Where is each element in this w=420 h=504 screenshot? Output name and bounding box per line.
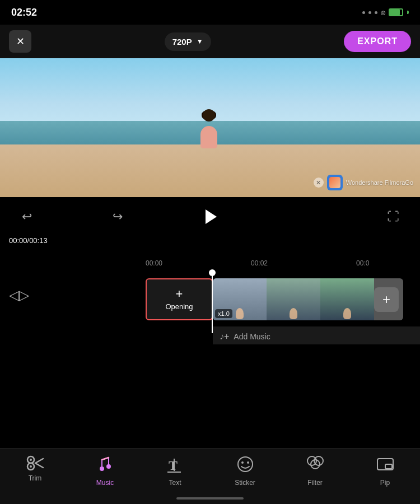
opening-clip[interactable]: + Opening [146,278,213,320]
fullscreen-icon: ⛶ [387,209,399,224]
undo-icon: ↩ [22,209,32,224]
signal-dot-2 [368,11,371,14]
status-icons: ⌾ [362,8,409,17]
play-button[interactable] [198,204,222,229]
add-clip-plus-icon: + [382,292,390,307]
home-indicator [176,497,244,500]
timeline-tracks: ◁▷ + Opening x1.0 + ♪+ [0,272,420,344]
scissors-svg [26,455,44,471]
redo-icon: ↪ [113,209,123,224]
toolbar-item-music[interactable]: Music [70,455,140,487]
video-preview: ✕ Wondershare FilmoraGo [0,58,420,197]
video-clip[interactable]: x1.0 + [213,278,403,320]
thumbnail-person-1 [236,308,244,319]
watermark-text: Wondershare FilmoraGo [346,179,413,186]
ruler-time-4: 00:0 [356,259,369,267]
text-toolbar-icon: T [166,455,184,475]
wifi-icon: ⌾ [381,8,385,17]
signal-dot-1 [362,11,365,14]
svg-rect-18 [385,464,392,469]
quality-label: 720P [172,37,192,46]
battery-tip [407,11,409,14]
person-figure [198,115,220,148]
svg-point-12 [241,461,244,464]
music-toolbar-icon [96,455,114,475]
export-label: EXPORT [357,36,398,46]
status-bar: 02:52 ⌾ [0,0,420,25]
text-label: Text [169,479,181,487]
timeline: 00:00 00:02 00:0 ◁▷ + Opening x1.0 [0,255,420,344]
toolbar-item-text[interactable]: T Text [140,455,210,487]
svg-line-1 [35,463,43,468]
clip-thumbnail-2 [267,278,320,320]
text-svg: T [166,455,184,473]
add-music-label: Add Music [234,332,270,341]
logo-inner [329,177,340,188]
speed-badge: x1.0 [215,309,232,318]
music-note-icon: ♪+ [220,332,229,342]
music-label: Music [96,479,114,487]
thumbnail-person-2 [290,308,297,319]
sticker-toolbar-icon [236,455,254,475]
undo-button[interactable]: ↩ [17,207,37,227]
timecode: 00:00/00:13 [9,236,48,245]
pip-svg [376,455,394,473]
battery-icon [389,8,403,16]
person-head [203,109,215,122]
opening-label: Opening [165,302,193,311]
bottom-toolbar: Trim Music T Text [0,448,420,504]
top-toolbar: ✕ 720P ▼ EXPORT [0,25,420,58]
speaker-icon: ◁▷ [9,287,29,303]
add-clip-button[interactable]: + [374,287,399,312]
watermark-close-icon[interactable]: ✕ [314,178,324,188]
ruler-time-0: 00:00 [146,259,162,267]
svg-text:T: T [169,458,178,473]
status-time: 02:52 [11,7,37,18]
chevron-down-icon: ▼ [197,38,203,45]
toolbar-item-sticker[interactable]: Sticker [210,455,280,487]
redo-button[interactable]: ↪ [108,207,128,227]
thumbnail-person-3 [343,308,351,319]
toolbar-item-trim[interactable]: Trim [0,455,70,482]
playback-controls: ↩ ↪ ⛶ [0,197,420,236]
filter-label: Filter [307,479,323,487]
trim-label: Trim [29,474,42,482]
svg-point-4 [30,459,32,461]
pip-label: Pip [380,479,390,487]
trim-icon [26,455,44,471]
toolbar-item-pip[interactable]: Pip [350,455,420,487]
svg-point-5 [30,465,32,468]
svg-point-6 [100,466,104,471]
opening-plus-icon: + [176,288,183,300]
playhead[interactable] [212,272,213,333]
svg-line-0 [35,459,43,463]
filmorago-logo [327,175,343,190]
clip-thumbnail-3 [320,278,374,320]
add-music-track[interactable]: ♪+ Add Music [213,326,420,344]
ruler-time-2: 00:02 [251,259,268,267]
svg-point-11 [238,457,253,472]
sticker-label: Sticker [235,479,255,487]
svg-point-7 [106,464,111,469]
timeline-ruler: 00:00 00:02 00:0 [0,255,420,272]
person-body [200,126,217,148]
svg-point-13 [247,461,249,464]
sticker-svg [236,455,254,473]
filter-svg [306,455,324,473]
export-button[interactable]: EXPORT [344,31,411,52]
spacer [293,207,313,227]
quality-selector[interactable]: 720P ▼ [165,32,211,51]
pip-toolbar-icon [376,455,394,475]
watermark: ✕ Wondershare FilmoraGo [314,175,413,190]
fullscreen-button[interactable]: ⛶ [383,207,403,227]
play-icon [206,209,217,224]
close-icon: ✕ [16,35,25,48]
music-svg [96,455,114,473]
video-background: ✕ Wondershare FilmoraGo [0,58,420,197]
signal-dot-3 [375,11,377,14]
close-button[interactable]: ✕ [9,30,31,53]
toolbar-item-filter[interactable]: Filter [280,455,350,487]
audio-icon: ◁▷ [9,287,29,303]
filter-toolbar-icon [306,455,324,475]
